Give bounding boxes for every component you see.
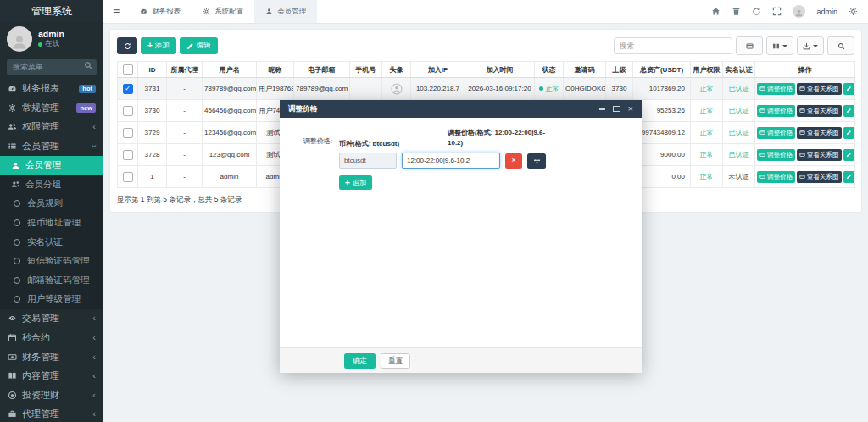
close-icon[interactable]: × xyxy=(628,104,633,114)
cell-id: 3728 xyxy=(138,144,167,166)
sidebar-item-finance-report[interactable]: 财务报表hot xyxy=(0,80,103,99)
tab-system-config[interactable]: 系统配置 xyxy=(192,0,254,23)
add-button[interactable]: +添加 xyxy=(141,37,176,54)
sidebar-item-invest-manage[interactable]: 投资理财‹ xyxy=(0,386,103,405)
cell-permission: 正常 xyxy=(691,122,723,144)
sidebar-item-general-manage[interactable]: 常规管理new xyxy=(0,98,103,118)
card-icon xyxy=(760,86,765,92)
col-phone: 手机号 xyxy=(350,62,382,78)
home-icon[interactable] xyxy=(711,7,721,16)
export-button[interactable] xyxy=(797,36,824,55)
col-actions: 操作 xyxy=(755,62,855,78)
sidebar-item-member-manage-list[interactable]: 会员管理 xyxy=(0,156,103,175)
menu-toggle-icon[interactable]: ≡ xyxy=(103,5,129,19)
sidebar-item-sms-code-manage[interactable]: 短信验证码管理 xyxy=(0,252,103,271)
trash-icon[interactable] xyxy=(732,7,741,16)
topbar-avatar[interactable] xyxy=(793,5,805,18)
tab-member-manage[interactable]: 会员管理 xyxy=(254,0,317,23)
clear-cache-icon[interactable] xyxy=(752,7,761,16)
confirm-button[interactable]: 确定 xyxy=(344,353,376,369)
select-all-checkbox[interactable] xyxy=(123,64,133,75)
sidebar-item-finance-manage[interactable]: 财务管理‹ xyxy=(0,347,103,367)
sidebar-item-permission-manage[interactable]: 权限管理‹ xyxy=(0,118,103,137)
append-button[interactable]: +追加 xyxy=(339,175,372,190)
cell-verified: 已认证 xyxy=(723,144,755,166)
remove-row-button[interactable]: × xyxy=(505,153,522,169)
sidebar-item-content-manage[interactable]: 内容管理‹ xyxy=(0,366,103,386)
calendar-icon xyxy=(8,333,17,342)
price-input[interactable] xyxy=(402,153,500,169)
search-icon xyxy=(84,61,92,69)
row-checkbox[interactable] xyxy=(123,150,133,160)
circle-icon xyxy=(14,277,20,284)
currency-input[interactable] xyxy=(339,153,397,169)
adjust-price-button[interactable]: 调整价格 xyxy=(757,171,795,183)
select-all-header xyxy=(118,62,138,78)
card-icon xyxy=(799,130,805,136)
adjust-price-button[interactable]: 调整价格 xyxy=(757,83,795,95)
col-email: 电子邮箱 xyxy=(294,62,350,78)
sidebar-item-realname-auth[interactable]: 实名认证 xyxy=(0,232,103,252)
view-relation-button[interactable]: 查看关系图 xyxy=(797,105,842,117)
list-icon xyxy=(8,142,17,151)
topbar: ≡ 财务报表系统配置会员管理 admin xyxy=(103,0,868,24)
book-icon xyxy=(8,371,17,380)
cell-id: 1 xyxy=(138,166,167,188)
hot-badge: hot xyxy=(79,85,96,94)
row-checkbox[interactable]: ✓ xyxy=(123,84,133,94)
table-toolbar: +添加 编辑 xyxy=(117,36,854,55)
circle-icon xyxy=(14,239,20,246)
cell-verified: 未认证 xyxy=(723,166,755,188)
row-checkbox[interactable] xyxy=(123,172,133,182)
toggle-view-button[interactable] xyxy=(736,36,763,55)
view-relation-button[interactable]: 查看关系图 xyxy=(797,171,842,183)
sidebar-item-member-manage[interactable]: 会员管理‹ xyxy=(0,136,103,156)
minimize-icon[interactable] xyxy=(599,108,605,110)
sidebar-item-member-rule[interactable]: 会员规则 xyxy=(0,194,103,214)
target-icon xyxy=(8,391,17,400)
col-parent: 上级 xyxy=(606,62,633,78)
sidebar-item-user-level-manage[interactable]: 用户等级管理 xyxy=(0,290,103,309)
edit-row-button[interactable] xyxy=(843,171,855,183)
view-relation-button[interactable]: 查看关系图 xyxy=(797,127,842,139)
edit-row-button[interactable] xyxy=(843,127,855,139)
adjust-price-button[interactable]: 调整价格 xyxy=(757,105,795,117)
user-icon xyxy=(265,8,273,15)
edit-row-button[interactable] xyxy=(843,83,855,95)
briefcase-icon xyxy=(8,409,17,419)
view-relation-button[interactable]: 查看关系图 xyxy=(797,83,842,95)
sidebar-item-second-contract[interactable]: 秒合约‹ xyxy=(0,328,103,347)
sidebar-item-member-group[interactable]: 会员分组 xyxy=(0,175,103,194)
sidebar-item-withdraw-address-manage[interactable]: 提币地址管理 xyxy=(0,214,103,233)
row-checkbox[interactable] xyxy=(123,128,133,138)
topbar-username[interactable]: admin xyxy=(816,8,837,16)
plus-icon: + xyxy=(345,179,350,187)
sidebar-item-trade-manage[interactable]: 交易管理‹ xyxy=(0,309,103,329)
edit-row-button[interactable] xyxy=(843,105,855,117)
sidebar-item-email-code-manage[interactable]: 邮箱验证码管理 xyxy=(0,270,103,290)
refresh-icon xyxy=(124,42,131,50)
refresh-button[interactable] xyxy=(117,37,137,54)
adjust-price-button[interactable]: 调整价格 xyxy=(757,149,795,161)
view-relation-button[interactable]: 查看关系图 xyxy=(797,149,842,161)
search-toggle-button[interactable] xyxy=(827,36,854,55)
row-checkbox[interactable] xyxy=(123,106,133,116)
move-row-button[interactable] xyxy=(527,153,546,169)
online-dot-icon xyxy=(38,42,42,47)
maximize-icon[interactable] xyxy=(613,106,620,112)
table-search-input[interactable] xyxy=(614,37,732,54)
edit-button[interactable]: 编辑 xyxy=(180,37,218,54)
gear-icon[interactable] xyxy=(849,7,858,16)
edit-row-button[interactable] xyxy=(843,149,855,161)
fullscreen-icon[interactable] xyxy=(772,7,782,16)
cell-phone xyxy=(350,78,382,100)
sidebar-item-agent-manage[interactable]: 代理管理‹ xyxy=(0,405,103,422)
cell-join-time: 2026-03-16 09:17:20 xyxy=(465,78,535,100)
topbar-right: admin xyxy=(711,5,868,18)
columns-button[interactable] xyxy=(766,36,793,55)
tab-finance-report[interactable]: 财务报表 xyxy=(129,0,192,23)
col-assets: 总资产(USDT) xyxy=(633,62,691,78)
col-status: 状态 xyxy=(535,62,564,78)
adjust-price-button[interactable]: 调整价格 xyxy=(757,127,795,139)
reset-button[interactable]: 重置 xyxy=(381,353,410,369)
